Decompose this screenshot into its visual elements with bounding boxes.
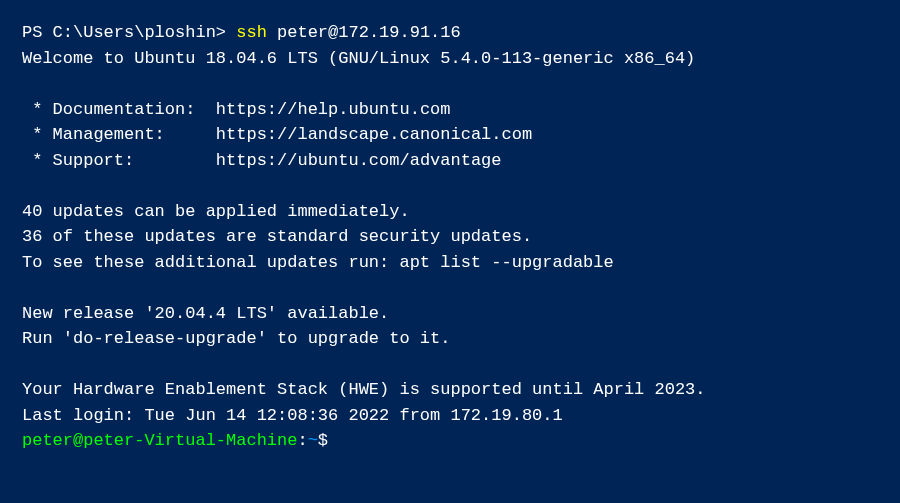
doc-label: * Documentation: <box>22 100 216 119</box>
last-login-line: Last login: Tue Jun 14 12:08:36 2022 fro… <box>22 403 878 429</box>
ssh-command: ssh <box>236 23 267 42</box>
support-label: * Support: <box>22 151 216 170</box>
release-line-1: New release '20.04.4 LTS' available. <box>22 301 878 327</box>
blank-line <box>22 173 878 199</box>
hwe-line: Your Hardware Enablement Stack (HWE) is … <box>22 377 878 403</box>
ssh-args: peter@172.19.91.16 <box>267 23 461 42</box>
welcome-line: Welcome to Ubuntu 18.04.6 LTS (GNU/Linux… <box>22 46 878 72</box>
updates-line-1: 40 updates can be applied immediately. <box>22 199 878 225</box>
prompt-symbol: $ <box>318 431 328 450</box>
mgmt-label: * Management: <box>22 125 216 144</box>
blank-line <box>22 352 878 378</box>
mgmt-url: https://landscape.canonical.com <box>216 125 532 144</box>
prompt-path: ~ <box>308 431 318 450</box>
support-line: * Support: https://ubuntu.com/advantage <box>22 148 878 174</box>
management-line: * Management: https://landscape.canonica… <box>22 122 878 148</box>
shell-prompt-line[interactable]: peter@peter-Virtual-Machine:~$ <box>22 428 878 454</box>
documentation-line: * Documentation: https://help.ubuntu.com <box>22 97 878 123</box>
blank-line <box>22 71 878 97</box>
updates-line-2: 36 of these updates are standard securit… <box>22 224 878 250</box>
doc-url: https://help.ubuntu.com <box>216 100 451 119</box>
support-url: https://ubuntu.com/advantage <box>216 151 502 170</box>
release-line-2: Run 'do-release-upgrade' to upgrade to i… <box>22 326 878 352</box>
blank-line <box>22 275 878 301</box>
prompt-userhost: peter@peter-Virtual-Machine <box>22 431 297 450</box>
ps-prompt-prefix: PS C:\Users\ploshin> <box>22 23 236 42</box>
updates-line-3: To see these additional updates run: apt… <box>22 250 878 276</box>
prompt-sep: : <box>297 431 307 450</box>
ps-prompt-line[interactable]: PS C:\Users\ploshin> ssh peter@172.19.91… <box>22 20 878 46</box>
